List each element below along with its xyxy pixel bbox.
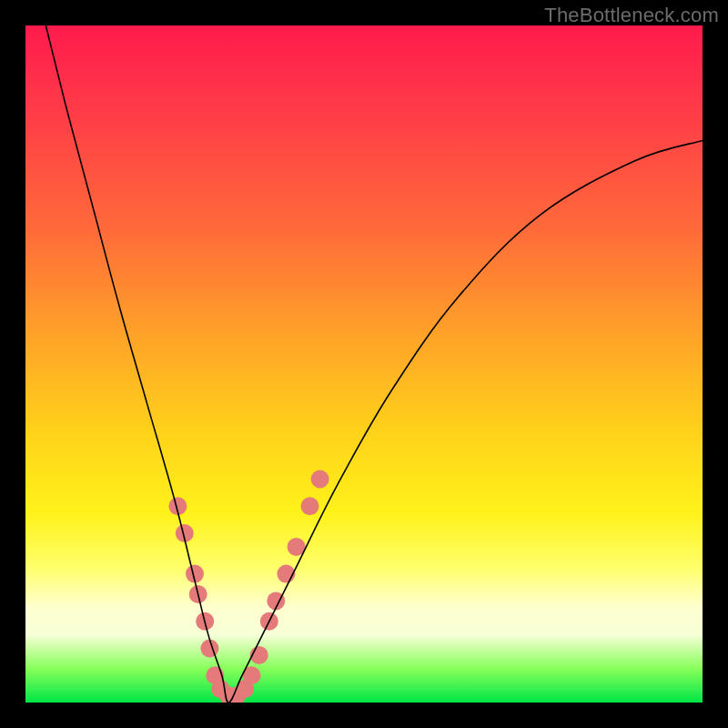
watermark-text: TheBottleneck.com	[544, 4, 719, 27]
highlight-dots-group	[168, 470, 329, 703]
highlight-dot	[311, 470, 329, 489]
plot-area	[25, 25, 703, 703]
highlight-dot	[301, 497, 319, 515]
chart-svg	[25, 25, 703, 703]
chart-frame: TheBottleneck.com	[0, 0, 728, 728]
highlight-dot	[200, 640, 218, 658]
bottleneck-curve	[46, 25, 703, 703]
